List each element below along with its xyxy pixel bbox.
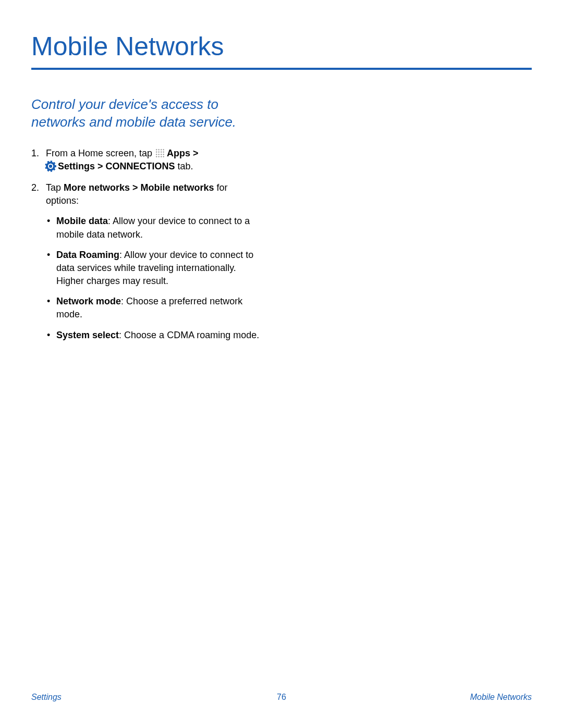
apps-label: Apps (167, 148, 190, 158)
step-number: 1. (31, 147, 46, 173)
bullet-label: Network mode (56, 296, 121, 306)
bullet-label: System select (56, 330, 119, 340)
connections-label: CONNECTIONS (106, 161, 175, 171)
step-body: Tap More networks > Mobile networks for … (46, 181, 261, 349)
bullet-icon: • (46, 295, 56, 321)
settings-gear-icon (46, 162, 55, 171)
bullet-list: • Mobile data: Allow your device to conn… (46, 215, 261, 342)
content: 1. From a Home screen, tap Apps > Settin… (31, 147, 261, 349)
step-2: 2. Tap More networks > Mobile networks f… (31, 181, 261, 349)
step-number: 2. (31, 181, 46, 349)
bullet-icon: • (46, 215, 56, 241)
page: Mobile Networks Control your device's ac… (0, 0, 563, 728)
bullet-body: Mobile data: Allow your device to connec… (56, 215, 261, 241)
bullet-icon: • (46, 329, 56, 342)
list-item: • Network mode: Choose a preferred netwo… (46, 295, 261, 321)
step-1: 1. From a Home screen, tap Apps > Settin… (31, 147, 261, 173)
text: From a Home screen, tap (46, 148, 155, 158)
path-label: More networks > Mobile networks (64, 182, 214, 193)
title-rule (31, 68, 532, 70)
page-footer: Settings 76 Mobile Networks (31, 693, 532, 702)
text: tab. (175, 161, 193, 171)
gt: > (95, 161, 106, 171)
footer-right: Mobile Networks (470, 693, 532, 702)
bullet-body: Data Roaming: Allow your device to conne… (56, 249, 261, 288)
footer-page-number: 76 (277, 693, 286, 702)
page-title: Mobile Networks (31, 31, 532, 61)
bullet-icon: • (46, 249, 56, 288)
bullet-text: : Choose a CDMA roaming mode. (119, 330, 259, 340)
bullet-body: Network mode: Choose a preferred network… (56, 295, 261, 321)
intro-text: Control your device's access to networks… (31, 96, 250, 131)
apps-grid-icon (155, 148, 164, 157)
footer-left: Settings (31, 693, 62, 702)
settings-label: Settings (58, 161, 95, 171)
list-item: • Data Roaming: Allow your device to con… (46, 249, 261, 288)
gt: > (190, 148, 199, 158)
bullet-body: System select: Choose a CDMA roaming mod… (56, 329, 259, 342)
bullet-label: Data Roaming (56, 250, 119, 260)
step-body: From a Home screen, tap Apps > Settings … (46, 147, 261, 173)
bullet-label: Mobile data (56, 216, 108, 226)
list-item: • System select: Choose a CDMA roaming m… (46, 329, 261, 342)
list-item: • Mobile data: Allow your device to conn… (46, 215, 261, 241)
text: Tap (46, 182, 64, 193)
